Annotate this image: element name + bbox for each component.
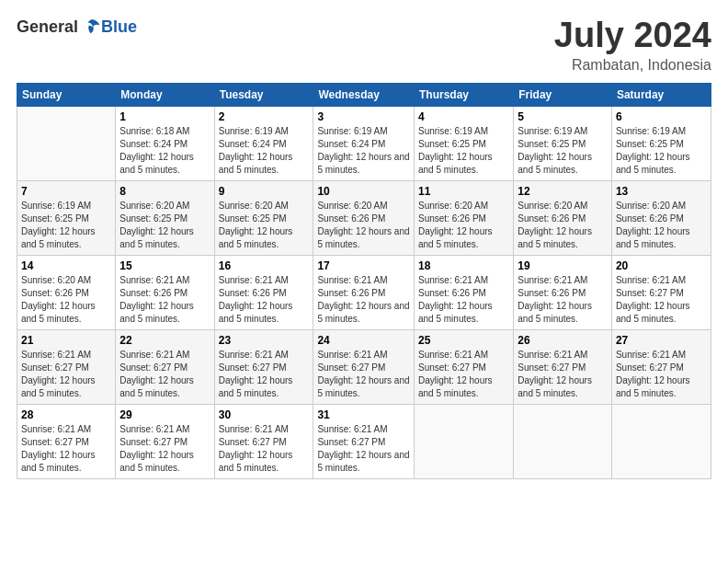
calendar-cell <box>414 404 513 478</box>
day-info: Sunrise: 6:20 AMSunset: 6:26 PMDaylight:… <box>317 200 410 251</box>
calendar-cell: 22Sunrise: 6:21 AMSunset: 6:27 PMDayligh… <box>116 329 214 404</box>
day-info: Sunrise: 6:19 AMSunset: 6:24 PMDaylight:… <box>219 125 310 177</box>
day-number: 28 <box>21 408 111 421</box>
weekday-header-tuesday: Tuesday <box>214 83 313 106</box>
day-info: Sunrise: 6:20 AMSunset: 6:26 PMDaylight:… <box>21 274 111 326</box>
day-info: Sunrise: 6:19 AMSunset: 6:25 PMDaylight:… <box>21 200 111 251</box>
logo-bird-icon <box>81 17 101 37</box>
weekday-header-friday: Friday <box>514 83 612 106</box>
calendar-cell: 21Sunrise: 6:21 AMSunset: 6:27 PMDayligh… <box>17 329 116 404</box>
day-number: 14 <box>21 259 111 272</box>
day-number: 27 <box>616 334 707 347</box>
day-number: 31 <box>317 408 410 421</box>
calendar-cell <box>611 404 711 478</box>
day-number: 5 <box>518 110 608 123</box>
day-info: Sunrise: 6:20 AMSunset: 6:25 PMDaylight:… <box>119 200 210 251</box>
calendar-cell: 6Sunrise: 6:19 AMSunset: 6:25 PMDaylight… <box>611 106 711 180</box>
day-number: 12 <box>518 185 608 198</box>
calendar-cell: 2Sunrise: 6:19 AMSunset: 6:24 PMDaylight… <box>214 106 313 180</box>
day-number: 7 <box>21 185 111 198</box>
logo-general-text: General <box>17 17 78 37</box>
calendar-cell: 9Sunrise: 6:20 AMSunset: 6:25 PMDaylight… <box>214 180 313 255</box>
day-number: 19 <box>518 259 608 272</box>
day-info: Sunrise: 6:21 AMSunset: 6:27 PMDaylight:… <box>616 349 707 400</box>
day-number: 9 <box>219 185 310 198</box>
day-number: 22 <box>119 334 210 347</box>
day-info: Sunrise: 6:20 AMSunset: 6:26 PMDaylight:… <box>616 200 707 251</box>
calendar-cell: 19Sunrise: 6:21 AMSunset: 6:26 PMDayligh… <box>514 255 612 329</box>
logo-blue-text: Blue <box>101 17 137 37</box>
day-number: 4 <box>418 110 509 123</box>
day-info: Sunrise: 6:19 AMSunset: 6:24 PMDaylight:… <box>317 125 410 177</box>
calendar-cell: 23Sunrise: 6:21 AMSunset: 6:27 PMDayligh… <box>214 329 313 404</box>
day-info: Sunrise: 6:20 AMSunset: 6:26 PMDaylight:… <box>418 200 509 251</box>
calendar-cell: 24Sunrise: 6:21 AMSunset: 6:27 PMDayligh… <box>313 329 415 404</box>
logo: General Blue <box>17 17 137 37</box>
day-number: 26 <box>518 334 608 347</box>
day-info: Sunrise: 6:21 AMSunset: 6:26 PMDaylight:… <box>219 274 310 326</box>
day-info: Sunrise: 6:21 AMSunset: 6:27 PMDaylight:… <box>119 349 210 400</box>
day-info: Sunrise: 6:19 AMSunset: 6:25 PMDaylight:… <box>418 125 509 177</box>
calendar-subtitle: Rambatan, Indonesia <box>554 57 711 74</box>
day-number: 29 <box>119 408 210 421</box>
calendar-cell: 8Sunrise: 6:20 AMSunset: 6:25 PMDaylight… <box>116 180 214 255</box>
calendar-cell: 25Sunrise: 6:21 AMSunset: 6:27 PMDayligh… <box>414 329 513 404</box>
day-info: Sunrise: 6:19 AMSunset: 6:25 PMDaylight:… <box>616 125 707 177</box>
calendar-cell: 31Sunrise: 6:21 AMSunset: 6:27 PMDayligh… <box>313 404 415 478</box>
day-number: 18 <box>418 259 509 272</box>
day-number: 30 <box>219 408 310 421</box>
day-number: 25 <box>418 334 509 347</box>
weekday-header-thursday: Thursday <box>414 83 513 106</box>
calendar-cell <box>17 106 116 180</box>
weekday-header-wednesday: Wednesday <box>313 83 415 106</box>
day-number: 20 <box>616 259 707 272</box>
calendar-cell: 5Sunrise: 6:19 AMSunset: 6:25 PMDaylight… <box>514 106 612 180</box>
day-number: 10 <box>317 185 410 198</box>
day-number: 16 <box>219 259 310 272</box>
day-number: 3 <box>317 110 410 123</box>
day-info: Sunrise: 6:21 AMSunset: 6:26 PMDaylight:… <box>119 274 210 326</box>
day-number: 8 <box>119 185 210 198</box>
day-info: Sunrise: 6:19 AMSunset: 6:25 PMDaylight:… <box>518 125 608 177</box>
calendar-cell: 28Sunrise: 6:21 AMSunset: 6:27 PMDayligh… <box>17 404 116 478</box>
day-info: Sunrise: 6:21 AMSunset: 6:27 PMDaylight:… <box>518 349 608 400</box>
calendar-cell: 10Sunrise: 6:20 AMSunset: 6:26 PMDayligh… <box>313 180 415 255</box>
calendar-cell: 12Sunrise: 6:20 AMSunset: 6:26 PMDayligh… <box>514 180 612 255</box>
day-number: 2 <box>219 110 310 123</box>
calendar-cell: 15Sunrise: 6:21 AMSunset: 6:26 PMDayligh… <box>116 255 214 329</box>
calendar-cell: 3Sunrise: 6:19 AMSunset: 6:24 PMDaylight… <box>313 106 415 180</box>
day-number: 13 <box>616 185 707 198</box>
calendar-cell: 27Sunrise: 6:21 AMSunset: 6:27 PMDayligh… <box>611 329 711 404</box>
day-number: 1 <box>119 110 210 123</box>
day-number: 17 <box>317 259 410 272</box>
day-info: Sunrise: 6:21 AMSunset: 6:27 PMDaylight:… <box>21 349 111 400</box>
day-info: Sunrise: 6:20 AMSunset: 6:26 PMDaylight:… <box>518 200 608 251</box>
day-info: Sunrise: 6:21 AMSunset: 6:26 PMDaylight:… <box>418 274 509 326</box>
day-info: Sunrise: 6:21 AMSunset: 6:26 PMDaylight:… <box>518 274 608 326</box>
weekday-header-sunday: Sunday <box>17 83 116 106</box>
calendar-cell: 17Sunrise: 6:21 AMSunset: 6:26 PMDayligh… <box>313 255 415 329</box>
header: General Blue July 2024 Rambatan, Indones… <box>17 17 711 74</box>
weekday-header-saturday: Saturday <box>611 83 711 106</box>
day-number: 21 <box>21 334 111 347</box>
calendar-cell: 1Sunrise: 6:18 AMSunset: 6:24 PMDaylight… <box>116 106 214 180</box>
day-info: Sunrise: 6:21 AMSunset: 6:27 PMDaylight:… <box>119 423 210 475</box>
calendar-cell: 4Sunrise: 6:19 AMSunset: 6:25 PMDaylight… <box>414 106 513 180</box>
day-info: Sunrise: 6:21 AMSunset: 6:27 PMDaylight:… <box>616 274 707 326</box>
day-number: 6 <box>616 110 707 123</box>
day-number: 11 <box>418 185 509 198</box>
calendar-cell: 11Sunrise: 6:20 AMSunset: 6:26 PMDayligh… <box>414 180 513 255</box>
weekday-header-monday: Monday <box>116 83 214 106</box>
day-info: Sunrise: 6:21 AMSunset: 6:27 PMDaylight:… <box>317 349 410 400</box>
day-info: Sunrise: 6:21 AMSunset: 6:27 PMDaylight:… <box>219 349 310 400</box>
day-info: Sunrise: 6:21 AMSunset: 6:27 PMDaylight:… <box>21 423 111 475</box>
calendar-table: SundayMondayTuesdayWednesdayThursdayFrid… <box>17 83 711 479</box>
page: General Blue July 2024 Rambatan, Indones… <box>0 0 728 563</box>
calendar-cell: 16Sunrise: 6:21 AMSunset: 6:26 PMDayligh… <box>214 255 313 329</box>
calendar-cell: 20Sunrise: 6:21 AMSunset: 6:27 PMDayligh… <box>611 255 711 329</box>
calendar-cell: 13Sunrise: 6:20 AMSunset: 6:26 PMDayligh… <box>611 180 711 255</box>
day-number: 15 <box>119 259 210 272</box>
day-info: Sunrise: 6:21 AMSunset: 6:26 PMDaylight:… <box>317 274 410 326</box>
day-info: Sunrise: 6:21 AMSunset: 6:27 PMDaylight:… <box>317 423 410 475</box>
day-info: Sunrise: 6:21 AMSunset: 6:27 PMDaylight:… <box>418 349 509 400</box>
